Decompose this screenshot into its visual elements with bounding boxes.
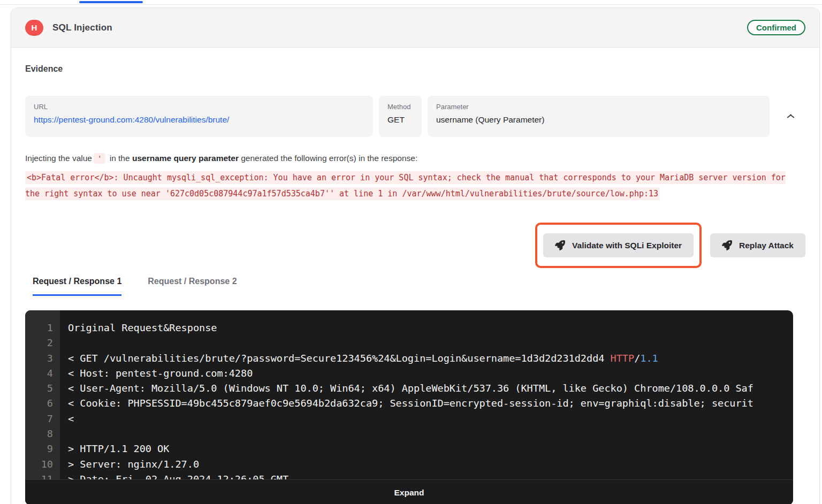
code-text: < Host: pentest-ground.com:4280: [60, 366, 253, 381]
line-number: 9: [25, 441, 60, 456]
line-number: 5: [25, 381, 60, 396]
parameter-box: Parameter username (Query Parameter): [428, 96, 770, 137]
code-line: 1Original Request&Response: [25, 320, 793, 335]
parameter-value: username (Query Parameter): [436, 115, 761, 125]
line-number: 3: [25, 351, 60, 366]
method-label: Method: [387, 103, 413, 111]
code-line: 4< Host: pentest-ground.com:4280: [25, 366, 793, 381]
code-line: 10> Server: nginx/1.27.0: [25, 457, 793, 472]
line-number: 4: [25, 366, 60, 381]
code-line: 5< User-Agent: Mozilla/5.0 (Windows NT 1…: [25, 381, 793, 396]
evidence-description: Injecting the value' in the username que…: [25, 154, 805, 163]
request-response-viewer: 1Original Request&Response23< GET /vulne…: [25, 310, 793, 504]
url-link[interactable]: https://pentest-ground.com:4280/vulnerab…: [34, 115, 364, 125]
actions-row: Validate with SQLi Exploiter Replay Atta…: [25, 223, 805, 268]
tab-request-response-1[interactable]: Request / Response 1: [33, 277, 121, 296]
rocket-icon: [722, 240, 732, 250]
code-line: 8: [25, 426, 793, 441]
method-value: GET: [387, 115, 413, 125]
method-box: Method GET: [379, 96, 422, 137]
desc-prefix: Injecting the value: [25, 154, 92, 163]
line-number: 8: [25, 426, 60, 441]
code-text: [60, 335, 68, 350]
validate-button-label: Validate with SQLi Exploiter: [572, 241, 682, 250]
evidence-meta-row: URL https://pentest-ground.com:4280/vuln…: [25, 96, 805, 137]
chevron-up-icon[interactable]: [787, 114, 795, 119]
code-text: Original Request&Response: [60, 320, 217, 335]
highlight-annotation-box: Validate with SQLi Exploiter: [535, 223, 702, 268]
injected-value-chip: ': [94, 153, 105, 164]
code-line: 3< GET /vulnerabilities/brute/?password=…: [25, 351, 793, 366]
url-box: URL https://pentest-ground.com:4280/vuln…: [25, 96, 373, 137]
tab-request-response-2[interactable]: Request / Response 2: [148, 277, 237, 296]
finding-header: H SQL Injection Confirmed: [11, 8, 819, 48]
desc-suffix: generated the following error(s) in the …: [239, 154, 417, 163]
validate-sqli-exploiter-button[interactable]: Validate with SQLi Exploiter: [543, 233, 694, 257]
replay-button-label: Replay Attack: [739, 241, 794, 250]
severity-badge: H: [25, 20, 43, 36]
code-lines: 1Original Request&Response23< GET /vulne…: [25, 320, 793, 487]
replay-attack-button[interactable]: Replay Attack: [710, 233, 805, 257]
code-text: < GET /vulnerabilities/brute/?password=S…: [60, 351, 658, 366]
code-text: < Cookie: PHPSESSID=49bc455c879aef0c9e56…: [60, 396, 754, 411]
active-tab-indicator: [79, 1, 143, 3]
code-text: <: [60, 411, 74, 426]
code-text: > HTTP/1.1 200 OK: [60, 441, 169, 456]
finding-title: SQL Injection: [52, 22, 112, 33]
rr-tabs: Request / Response 1Request / Response 2: [25, 277, 805, 296]
code-line: 7<: [25, 411, 793, 426]
evidence-section-title: Evidence: [25, 64, 805, 74]
line-number: 7: [25, 411, 60, 426]
status-badge: Confirmed: [747, 20, 805, 35]
desc-parameter-bold: username query parameter: [132, 154, 239, 163]
collapse-cell: [775, 96, 805, 137]
code-line: 2: [25, 335, 793, 350]
code-text: > Server: nginx/1.27.0: [60, 457, 199, 472]
rocket-icon: [555, 240, 565, 250]
top-tab-strip: [0, 0, 822, 5]
line-number: 10: [25, 457, 60, 472]
line-number: 1: [25, 320, 60, 335]
parameter-label: Parameter: [436, 103, 761, 111]
url-label: URL: [34, 103, 364, 111]
line-number: 6: [25, 396, 60, 411]
finding-body: Evidence URL https://pentest-ground.com:…: [11, 64, 819, 504]
line-number: 2: [25, 335, 60, 350]
code-line: 9> HTTP/1.1 200 OK: [25, 441, 793, 456]
finding-card: H SQL Injection Confirmed Evidence URL h…: [11, 7, 820, 504]
expand-button[interactable]: Expand: [25, 479, 793, 504]
desc-middle: in the: [107, 154, 132, 163]
code-text: [60, 426, 68, 441]
sql-error-message: <b>Fatal error</b>: Uncaught mysqli_sql_…: [25, 171, 786, 200]
code-text: < User-Agent: Mozilla/5.0 (Windows NT 10…: [60, 381, 754, 396]
error-block: <b>Fatal error</b>: Uncaught mysqli_sql_…: [25, 170, 795, 202]
code-line: 6< Cookie: PHPSESSID=49bc455c879aef0c9e5…: [25, 396, 793, 411]
